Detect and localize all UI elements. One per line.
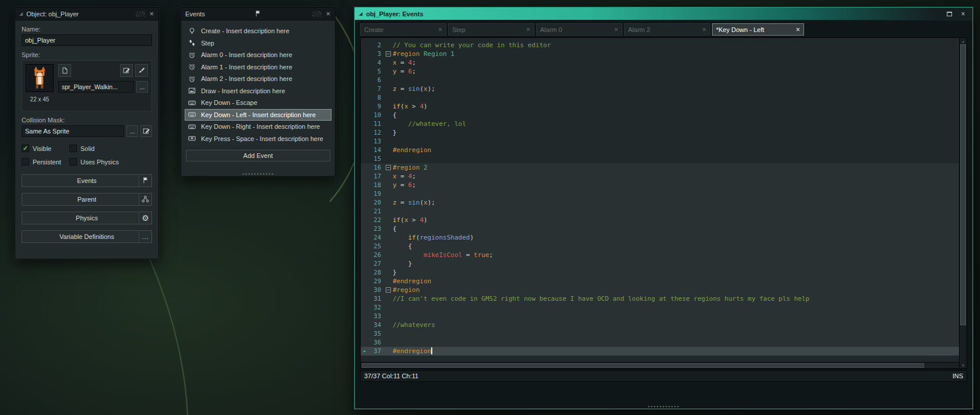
fold-collapse-icon[interactable]: − bbox=[385, 286, 393, 294]
editor-tab[interactable]: Alarm 0× bbox=[536, 23, 622, 36]
visible-checkbox[interactable]: ✓ Visible bbox=[22, 145, 67, 152]
event-list-item[interactable]: Alarm 1 - Insert description here bbox=[185, 61, 332, 73]
code-line[interactable]: 24 if(regionsShaded) bbox=[361, 233, 959, 242]
code-line[interactable]: 3−#region Region 1 bbox=[361, 50, 959, 58]
code-line[interactable]: 17x = 4; bbox=[361, 172, 959, 181]
code-line[interactable]: 30−#region bbox=[361, 286, 959, 294]
event-list-item[interactable]: Key Press - Space - Insert description h… bbox=[185, 133, 332, 145]
persistent-checkbox[interactable]: Persistent bbox=[22, 158, 67, 166]
resize-grip[interactable] bbox=[242, 173, 274, 175]
code-line[interactable]: 33 bbox=[361, 312, 959, 321]
code-line[interactable]: 9if(x > 4) bbox=[361, 102, 959, 111]
collapse-icon[interactable]: ◢ bbox=[19, 12, 23, 16]
code-line[interactable]: 21 bbox=[361, 207, 959, 216]
event-list-item[interactable]: Alarm 0 - Insert description here bbox=[185, 49, 332, 61]
code-text: if(x > 4) bbox=[393, 216, 959, 224]
close-icon[interactable]: × bbox=[958, 9, 968, 19]
code-window-titlebar[interactable]: ◢ obj_Player: Events × bbox=[355, 8, 972, 20]
sprite-more-button[interactable]: ... bbox=[136, 81, 148, 93]
editor-tab[interactable]: Alarm 2× bbox=[624, 23, 710, 36]
code-line[interactable]: 13 bbox=[361, 137, 959, 146]
collision-mask-select[interactable]: Same As Sprite bbox=[22, 125, 124, 137]
paint-sprite-button[interactable] bbox=[135, 64, 148, 77]
tab-close-icon[interactable]: × bbox=[796, 26, 800, 34]
object-window-titlebar[interactable]: ◢ Object: obj_Player × bbox=[15, 8, 158, 20]
checkbox-empty-icon bbox=[69, 145, 77, 152]
horizontal-scrollbar[interactable] bbox=[361, 362, 959, 368]
code-line[interactable]: 19 bbox=[361, 189, 959, 198]
fold-collapse-icon[interactable]: − bbox=[385, 50, 393, 58]
close-icon[interactable]: × bbox=[325, 10, 331, 17]
editor-tab[interactable]: Create× bbox=[360, 23, 446, 36]
code-line[interactable]: 28} bbox=[361, 268, 959, 277]
code-line[interactable]: 12} bbox=[361, 128, 959, 137]
code-line[interactable]: 25 { bbox=[361, 242, 959, 251]
maximize-icon[interactable] bbox=[944, 9, 954, 19]
code-line[interactable]: 36 bbox=[361, 338, 959, 347]
event-list-item[interactable]: Alarm 2 - Insert description here bbox=[185, 73, 332, 85]
scrollbar-thumb[interactable] bbox=[362, 363, 924, 368]
edit-sprite-button[interactable] bbox=[120, 64, 133, 77]
event-list-item[interactable]: Draw - Insert description here bbox=[185, 85, 332, 97]
events-button[interactable]: Events bbox=[22, 174, 152, 187]
code-line[interactable]: ▸37#endregion bbox=[361, 347, 959, 356]
new-sprite-button[interactable] bbox=[58, 64, 71, 77]
solid-checkbox[interactable]: Solid bbox=[69, 145, 152, 152]
code-line[interactable]: 5y = 6; bbox=[361, 67, 959, 76]
tab-close-icon[interactable]: × bbox=[438, 26, 442, 34]
code-line[interactable]: 27 } bbox=[361, 259, 959, 268]
code-line[interactable]: 14#endregion bbox=[361, 146, 959, 154]
parent-button[interactable]: Parent bbox=[22, 193, 152, 206]
physics-button[interactable]: Physics ⚙ bbox=[22, 212, 152, 224]
event-list-item[interactable]: Create - Insert description here bbox=[185, 25, 332, 37]
close-icon[interactable]: × bbox=[149, 10, 154, 17]
code-line[interactable]: 22if(x > 4) bbox=[361, 216, 959, 224]
code-line[interactable]: 23{ bbox=[361, 224, 959, 233]
event-list-item[interactable]: Key Down - Right - Insert description he… bbox=[185, 121, 332, 133]
sprite-name-field[interactable]: spr_Player_Walkin... bbox=[58, 81, 134, 93]
collapse-icon[interactable]: ◢ bbox=[359, 12, 362, 16]
fold-collapse-icon[interactable]: − bbox=[385, 163, 393, 172]
editor-tab[interactable]: *Key Down - Left× bbox=[712, 23, 804, 36]
tab-close-icon[interactable]: × bbox=[614, 26, 618, 34]
code-line[interactable]: 4x = 4; bbox=[361, 58, 959, 67]
scroll-down-icon[interactable]: ▼ bbox=[960, 363, 967, 367]
collision-mask-more-button[interactable]: ... bbox=[126, 125, 138, 137]
code-line[interactable]: 35 bbox=[361, 329, 959, 338]
resize-grip[interactable] bbox=[647, 406, 680, 407]
tab-close-icon[interactable]: × bbox=[702, 26, 706, 34]
code-line[interactable]: 2// You can write your code in this edit… bbox=[361, 41, 959, 50]
vertical-scrollbar[interactable]: ▲ ▼ bbox=[959, 38, 967, 368]
code-line[interactable]: 11 //whatever, lol bbox=[361, 119, 959, 128]
code-line[interactable]: 6 bbox=[361, 76, 959, 85]
code-line[interactable]: 7z = sin(x); bbox=[361, 85, 959, 93]
scroll-up-icon[interactable]: ▲ bbox=[960, 39, 967, 43]
add-event-button[interactable]: Add Event bbox=[186, 150, 330, 161]
code-line[interactable]: 34//whatevers bbox=[361, 321, 959, 329]
event-list-item[interactable]: Step bbox=[185, 37, 332, 50]
collision-mask-edit-button[interactable] bbox=[140, 125, 152, 137]
uses-physics-checkbox[interactable]: Uses Physics bbox=[69, 158, 152, 166]
event-list-item[interactable]: Key Down - Escape bbox=[185, 97, 332, 109]
scrollbar-thumb[interactable] bbox=[960, 44, 966, 325]
variable-definitions-button[interactable]: Variable Definitions ... bbox=[22, 230, 152, 243]
object-name-input[interactable]: obj_Player bbox=[22, 34, 152, 46]
code-line[interactable]: 26 mikeIsCool = true; bbox=[361, 251, 959, 259]
code-line[interactable]: 29#endregion bbox=[361, 277, 959, 286]
events-window-titlebar[interactable]: Events × bbox=[181, 8, 335, 20]
event-list-item[interactable]: Key Down - Left - Insert description her… bbox=[185, 109, 332, 121]
editor-tab[interactable]: Step× bbox=[448, 23, 534, 36]
code-line[interactable]: 32 bbox=[361, 303, 959, 312]
code-line[interactable]: 15 bbox=[361, 154, 959, 163]
code-line[interactable]: 10{ bbox=[361, 111, 959, 119]
code-editor[interactable]: 2// You can write your code in this edit… bbox=[360, 37, 967, 369]
code-text: x = 4; bbox=[393, 58, 959, 67]
code-text: } bbox=[393, 268, 959, 277]
code-line[interactable]: 31//I can't even code in GMS2 right now … bbox=[361, 294, 959, 303]
tab-close-icon[interactable]: × bbox=[526, 26, 530, 34]
code-line[interactable]: 16−#region 2 bbox=[361, 163, 959, 172]
code-line[interactable]: 8 bbox=[361, 93, 959, 102]
code-line[interactable]: 18y = 6; bbox=[361, 181, 959, 189]
sprite-thumbnail[interactable] bbox=[26, 64, 54, 92]
code-line[interactable]: 20z = sin(x); bbox=[361, 198, 959, 207]
